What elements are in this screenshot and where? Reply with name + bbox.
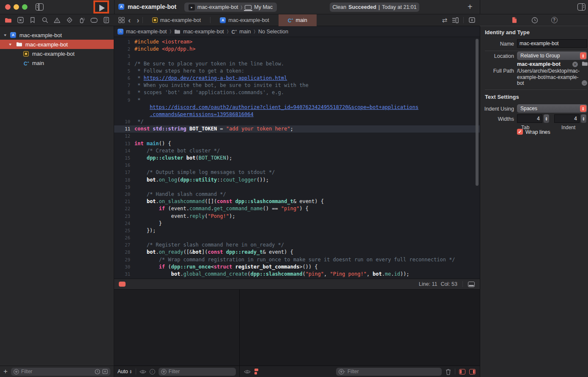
- code-line-24[interactable]: 24 }: [114, 220, 480, 227]
- code-line-10[interactable]: 10 */: [114, 118, 480, 125]
- tree-item-mac-example-bot[interactable]: ▾Amac-example-bot: [0, 30, 114, 40]
- code-line-30[interactable]: 30 if (dpp::run_once<struct register_bot…: [114, 263, 480, 271]
- recent-files-clock-icon[interactable]: [95, 369, 100, 374]
- code-line-5[interactable]: 5 * Follow steps here to get a token:: [114, 68, 480, 75]
- breakpoints-toggle-icon[interactable]: [119, 282, 126, 287]
- location-dropdown[interactable]: Relative to Group ▲▼: [517, 52, 587, 60]
- code-line-12[interactable]: 12: [114, 133, 480, 140]
- breadcrumb-item-mac-example-bot[interactable]: Amac-example-bot: [118, 29, 167, 35]
- activity-status[interactable]: Clean Succeeded | Today at 21:01: [330, 3, 419, 12]
- add-editor-icon[interactable]: [468, 16, 476, 24]
- wrap-lines-checkbox[interactable]: ✓: [517, 129, 523, 135]
- variables-view[interactable]: [114, 290, 240, 366]
- zoom-window-button[interactable]: [22, 4, 27, 10]
- show-console-view-icon[interactable]: [469, 369, 476, 374]
- run-button[interactable]: [99, 5, 105, 11]
- find-navigator-icon[interactable]: [41, 16, 49, 24]
- code-line-15[interactable]: 15 dpp::cluster bot(BOT_TOKEN);: [114, 155, 480, 162]
- code-line-28[interactable]: 28 bot.on_ready([&bot](const dpp::ready_…: [114, 249, 480, 256]
- code-line-23[interactable]: 23 event.reply("Pong!");: [114, 213, 480, 220]
- debug-area-toggle-icon[interactable]: [468, 282, 475, 287]
- breakpoint-navigator-icon[interactable]: [90, 16, 98, 24]
- quicklook-eye-icon[interactable]: [139, 369, 146, 374]
- tab-width-stepper[interactable]: ▲▼: [544, 114, 549, 123]
- clear-location-icon[interactable]: ✕: [572, 62, 578, 67]
- quicklook-eye-icon[interactable]: [244, 369, 251, 374]
- trash-icon[interactable]: [446, 369, 451, 375]
- code-line-wrap[interactable]: https://discord.com/oauth2/authorize?cli…: [114, 104, 480, 111]
- code-line-26[interactable]: 26: [114, 234, 480, 241]
- console-mode-icon[interactable]: [254, 369, 258, 374]
- add-file-button[interactable]: +: [0, 367, 11, 376]
- source-control-status-icon[interactable]: [102, 369, 108, 374]
- variable-scope-selector[interactable]: Auto ▲▼: [118, 369, 132, 374]
- disclosure-triangle-icon[interactable]: ▾: [9, 42, 11, 46]
- tab-width-field[interactable]: [517, 114, 542, 123]
- go-forward-button[interactable]: ›: [134, 15, 142, 25]
- debug-navigator-icon[interactable]: [78, 16, 85, 24]
- help-inspector-icon[interactable]: ?: [551, 17, 558, 23]
- console-view[interactable]: [240, 290, 480, 366]
- close-window-button[interactable]: [5, 4, 11, 10]
- navigator-filter-input[interactable]: [21, 369, 93, 374]
- project-navigator-icon[interactable]: [4, 16, 12, 24]
- choose-folder-icon[interactable]: [582, 61, 588, 68]
- code-line-21[interactable]: 21 bot.on_slashcommand([](const dpp::sla…: [114, 198, 480, 205]
- minimize-window-button[interactable]: [14, 4, 19, 10]
- code-line-wrap[interactable]: .commands&permissions=139586816064: [114, 111, 480, 118]
- indent-using-dropdown[interactable]: Spaces ▲▼: [517, 104, 587, 113]
- indent-width-stepper[interactable]: ▲▼: [581, 114, 586, 123]
- navigator-filter-field[interactable]: [11, 368, 110, 376]
- code-line-16[interactable]: 16: [114, 162, 480, 169]
- code-line-31[interactable]: 31 bot.global_command_create(dpp::slashc…: [114, 271, 480, 278]
- breadcrumb-item-mac-example-bot[interactable]: mac-example-bot: [174, 29, 224, 35]
- code-line-9[interactable]: 9 *: [114, 97, 480, 104]
- indent-width-field[interactable]: [554, 114, 580, 123]
- report-navigator-icon[interactable]: [102, 16, 110, 24]
- code-line-13[interactable]: 13int main() {: [114, 140, 480, 147]
- console-filter-input[interactable]: [347, 369, 439, 374]
- code-line-4[interactable]: 4/* Be sure to place your token in the l…: [114, 60, 480, 68]
- conditions-navigator-icon[interactable]: [16, 16, 24, 24]
- bookmark-navigator-icon[interactable]: [29, 16, 36, 24]
- editor-tab-main[interactable]: C+main: [279, 14, 317, 26]
- variables-filter-field[interactable]: [159, 368, 236, 376]
- code-line-2[interactable]: 2#include <dpp/dpp.h>: [114, 46, 480, 53]
- code-line-7[interactable]: 7 * When you invite the bot, be sure to …: [114, 82, 480, 89]
- show-variables-view-icon[interactable]: [459, 369, 465, 374]
- open-path-arrow-icon[interactable]: →: [582, 80, 587, 86]
- code-line-11[interactable]: 11const std::string BOT_TOKEN = "add you…: [114, 125, 480, 133]
- code-line-29[interactable]: 29 /* Wrap command registration in run_o…: [114, 256, 480, 263]
- code-line-1[interactable]: 1#include <iostream>: [114, 38, 480, 46]
- variables-filter-input[interactable]: [169, 369, 233, 374]
- test-navigator-icon[interactable]: [66, 16, 73, 24]
- editor-tab-mac-example-bot[interactable]: mac-example-bot: [143, 14, 211, 26]
- code-line-25[interactable]: 25 });: [114, 227, 480, 234]
- tree-item-mac-example-bot[interactable]: mac-example-bot: [0, 49, 114, 58]
- code-line-20[interactable]: 20 /* Handle slash command */: [114, 191, 480, 198]
- library-add-button[interactable]: +: [468, 2, 473, 12]
- tree-item-mac-example-bot[interactable]: ▾mac-example-bot: [0, 40, 114, 49]
- code-line-18[interactable]: 18 bot.on_log(dpp::utility::cout_logger(…: [114, 176, 480, 184]
- tab-overview-icon[interactable]: [118, 16, 125, 24]
- disclosure-triangle-icon[interactable]: ▾: [4, 33, 6, 37]
- code-line-17[interactable]: 17 /* Output simple log messages to stdo…: [114, 169, 480, 176]
- code-review-icon[interactable]: ⇄: [442, 16, 447, 24]
- code-line-27[interactable]: 27 /* Register slash command here in on_…: [114, 241, 480, 249]
- info-icon[interactable]: i: [150, 369, 155, 374]
- go-back-button[interactable]: ‹: [125, 15, 134, 25]
- code-line-22[interactable]: 22 if (event.command.get_command_name() …: [114, 205, 480, 212]
- editor-tab-mac-example-bot[interactable]: Amac-example-bot: [211, 14, 279, 26]
- inspector-toggle-icon[interactable]: [577, 3, 585, 11]
- code-line-8[interactable]: 8 * scopes 'bot' and 'applications.comma…: [114, 89, 480, 96]
- issue-navigator-icon[interactable]: [53, 16, 61, 24]
- history-inspector-icon[interactable]: [531, 16, 539, 24]
- breadcrumb-item-no-selection[interactable]: No Selection: [258, 29, 288, 35]
- code-line-3[interactable]: 3: [114, 53, 480, 60]
- source-editor[interactable]: 1#include <iostream>2#include <dpp/dpp.h…: [114, 37, 480, 279]
- editor-scrollbar[interactable]: [476, 39, 479, 186]
- code-line-19[interactable]: 19: [114, 184, 480, 191]
- tree-item-main[interactable]: C+main: [0, 58, 114, 68]
- file-inspector-icon[interactable]: [511, 16, 518, 24]
- editor-options-icon[interactable]: [451, 16, 459, 24]
